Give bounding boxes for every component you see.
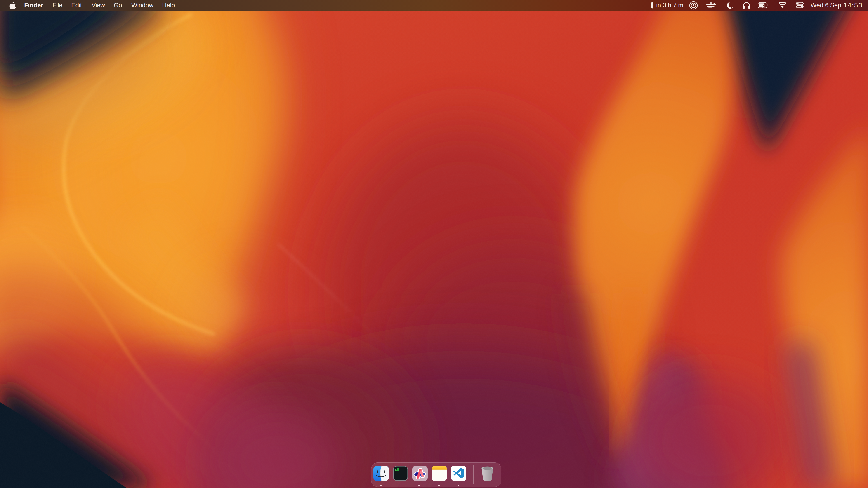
svg-text:$: $	[395, 468, 397, 472]
